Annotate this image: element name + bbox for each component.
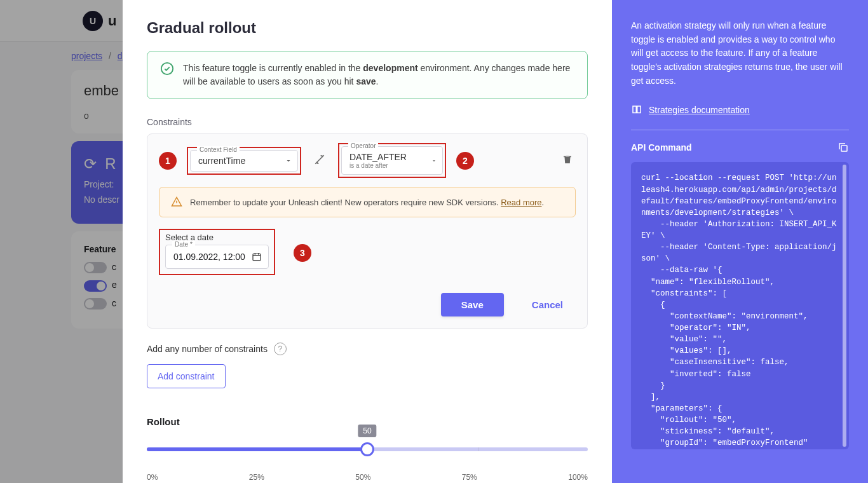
add-constraint-button[interactable]: Add constraint bbox=[147, 364, 226, 388]
operator-label: Operator bbox=[348, 142, 378, 149]
sdk-warning: Remember to update your Unleash client! … bbox=[159, 187, 576, 217]
svg-rect-2 bbox=[841, 146, 847, 151]
svg-point-0 bbox=[161, 63, 173, 74]
operator-value: DATE_AFTER bbox=[349, 152, 423, 162]
constraint-editor: 1 Context Field currentTime Operator DAT… bbox=[147, 133, 588, 329]
tick-75: 75% bbox=[462, 473, 477, 482]
alert-text: This feature toggle is currently enabled… bbox=[183, 62, 574, 88]
chevron-down-icon bbox=[285, 157, 292, 165]
wand-icon bbox=[314, 154, 325, 165]
help-icon[interactable]: ? bbox=[274, 343, 287, 355]
modal-backdrop bbox=[0, 0, 123, 483]
read-more-link[interactable]: Read more bbox=[501, 198, 541, 207]
context-field-select[interactable]: Context Field currentTime bbox=[190, 150, 298, 172]
annotation-badge-1: 1 bbox=[159, 152, 177, 170]
copy-icon[interactable] bbox=[837, 142, 849, 153]
warn-text: Remember to update your Unleash client! … bbox=[190, 198, 501, 207]
caret-down-icon bbox=[431, 158, 437, 164]
strategy-modal: Gradual rollout This feature toggle is c… bbox=[123, 0, 612, 483]
help-sidepanel: An activation strategy will only run whe… bbox=[612, 0, 868, 483]
book-icon bbox=[631, 104, 642, 116]
warning-icon bbox=[171, 196, 182, 208]
rollout-value-badge: 50 bbox=[358, 425, 376, 437]
slider-thumb[interactable] bbox=[360, 442, 374, 456]
api-command-label: API Command bbox=[631, 142, 692, 153]
constraints-label: Constraints bbox=[147, 117, 588, 127]
context-field-value: currentTime bbox=[198, 156, 278, 166]
calendar-icon bbox=[252, 252, 262, 262]
tick-25: 25% bbox=[249, 473, 264, 482]
check-circle-icon bbox=[160, 62, 174, 76]
strategy-intro-text: An activation strategy will only run whe… bbox=[631, 19, 849, 88]
annotation-badge-2: 2 bbox=[456, 152, 474, 170]
add-constraints-text: Add any number of constraints bbox=[147, 344, 268, 354]
enabled-alert: This feature toggle is currently enabled… bbox=[147, 51, 588, 99]
tick-0: 0% bbox=[147, 473, 158, 482]
trash-icon bbox=[562, 154, 573, 165]
invert-button[interactable] bbox=[311, 151, 328, 170]
context-field-label: Context Field bbox=[197, 146, 240, 153]
tick-50: 50% bbox=[355, 473, 370, 482]
operator-sub: is a date after bbox=[349, 162, 423, 169]
api-code-block[interactable]: curl --location --request POST 'http://u… bbox=[631, 162, 849, 449]
modal-title: Gradual rollout bbox=[147, 19, 588, 37]
strategies-doc-link[interactable]: Strategies documentation bbox=[631, 104, 849, 116]
annotation-badge-3: 3 bbox=[294, 244, 311, 262]
date-input[interactable]: Date * 01.09.2022, 12:00 bbox=[165, 245, 269, 269]
tick-100: 100% bbox=[568, 473, 588, 482]
date-value: 01.09.2022, 12:00 bbox=[173, 252, 245, 262]
date-input-label: Date * bbox=[172, 241, 195, 248]
operator-select[interactable]: Operator DATE_AFTER is a date after bbox=[341, 146, 443, 175]
slider-labels: 0% 25% 50% 75% 100% bbox=[147, 473, 588, 482]
svg-rect-1 bbox=[253, 254, 261, 261]
save-button[interactable]: Save bbox=[441, 293, 504, 316]
cancel-button[interactable]: Cancel bbox=[519, 293, 576, 316]
rollout-slider[interactable]: 50 bbox=[147, 440, 588, 468]
delete-constraint-button[interactable] bbox=[559, 151, 576, 170]
slider-fill bbox=[147, 447, 367, 451]
